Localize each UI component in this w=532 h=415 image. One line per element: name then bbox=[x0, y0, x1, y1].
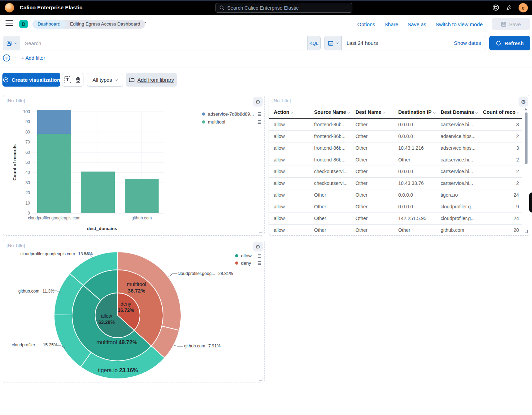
window-top-strip bbox=[0, 0, 532, 1]
table-cell: Other bbox=[311, 213, 353, 224]
user-avatar[interactable]: e bbox=[519, 3, 528, 12]
chevron-down-icon bbox=[14, 41, 17, 44]
panel-resize-handle[interactable] bbox=[259, 230, 262, 233]
table-cell: cloudprofiler.g... bbox=[438, 201, 480, 213]
table-row: allowfrontend-86b...Other10.43.1.216adse… bbox=[269, 142, 522, 154]
legend-item-multitool[interactable]: multitool bbox=[202, 119, 225, 125]
svg-text:github.com: github.com bbox=[132, 216, 152, 220]
table-row: allowfrontend-86b...Other0.0.0.0adservic… bbox=[269, 130, 522, 142]
svg-text:dest_domains: dest_domains bbox=[87, 226, 117, 231]
table-cell: frontend-86b... bbox=[311, 130, 353, 142]
scroll-up-arrow-icon[interactable] bbox=[524, 108, 528, 110]
table-scrollbar[interactable] bbox=[525, 112, 528, 164]
all-types-dropdown[interactable]: All types bbox=[87, 73, 123, 87]
global-search-input[interactable] bbox=[227, 5, 349, 11]
time-range-value[interactable]: Last 24 hours bbox=[342, 36, 454, 50]
table-cell: 20 bbox=[480, 224, 522, 236]
svg-text:10: 10 bbox=[26, 201, 30, 206]
legend-actions-icon[interactable] bbox=[258, 254, 261, 258]
lens-icon bbox=[3, 77, 9, 83]
show-dates-button[interactable]: Show dates bbox=[454, 36, 486, 50]
legend-item-allow[interactable]: allow bbox=[235, 253, 252, 258]
space-badge[interactable]: D bbox=[19, 20, 28, 28]
table-cell: allow bbox=[269, 154, 311, 166]
table-row: allowfrontend-86b...Other0.0.0.0cartserv… bbox=[269, 119, 522, 130]
table-cell: 10.43.33.76 bbox=[395, 177, 438, 189]
table-cell: allow bbox=[269, 130, 311, 142]
column-header-dest-name[interactable]: Dest Name bbox=[353, 109, 395, 119]
table-cell: cloudprofiler.g... bbox=[438, 213, 480, 224]
table-row: allowcheckoutservi...Other10.43.33.76car… bbox=[269, 177, 522, 189]
newsfeed-icon[interactable] bbox=[506, 4, 513, 11]
help-icon[interactable] bbox=[492, 4, 499, 11]
table-cell: adservice.hips... bbox=[438, 142, 480, 154]
panel-settings-gear-icon[interactable]: ⚙ bbox=[519, 97, 528, 107]
query-bar: KQL Last 24 hours Show dates Refresh bbox=[3, 36, 530, 50]
options-link[interactable]: Options bbox=[357, 21, 375, 27]
legend-item-adservice[interactable]: adservice-7d8b8d89... bbox=[202, 111, 254, 117]
table-cell: 3 bbox=[480, 119, 522, 130]
column-header-dest-domains[interactable]: Dest Domains bbox=[438, 109, 480, 119]
records-table: Action Source Name Dest Name Destination… bbox=[269, 109, 522, 236]
legend-actions-icon[interactable] bbox=[258, 120, 261, 124]
query-language-button[interactable]: KQL bbox=[307, 36, 320, 50]
menu-icon[interactable] bbox=[6, 20, 13, 26]
add-from-library-button[interactable]: Add from library bbox=[126, 73, 177, 87]
add-text-button[interactable]: T bbox=[62, 73, 73, 86]
sunburst-panel: [No Title] ⚙ allow deny cloudprofiler.go… bbox=[3, 240, 265, 383]
add-filter-button[interactable]: + Add filter bbox=[21, 55, 45, 61]
table-cell: 3 bbox=[480, 142, 522, 154]
svg-text:cloudprofiler.googleapis.com: cloudprofiler.googleapis.com bbox=[28, 216, 80, 220]
chevron-down-icon bbox=[433, 111, 435, 114]
kql-search-group: KQL bbox=[3, 36, 321, 50]
svg-text:0: 0 bbox=[28, 211, 30, 216]
legend-dot bbox=[235, 261, 238, 265]
share-link[interactable]: Share bbox=[384, 21, 398, 27]
saved-query-menu-button[interactable] bbox=[3, 36, 20, 50]
column-header-action[interactable]: Action bbox=[269, 109, 311, 119]
table-cell: Other bbox=[353, 154, 395, 166]
callout-cloudprofiler-allow: cloudprofiler....15.25% bbox=[12, 343, 58, 347]
add-map-button[interactable] bbox=[73, 73, 83, 86]
calendar-menu-button[interactable] bbox=[325, 36, 342, 50]
svg-text:Count of records: Count of records bbox=[12, 145, 17, 181]
chevron-down-icon bbox=[336, 41, 339, 44]
table-cell: cartservice.hi... bbox=[438, 177, 480, 189]
app-logo[interactable] bbox=[5, 3, 14, 12]
table-cell: 0.0.0.0 bbox=[395, 119, 438, 130]
save-button[interactable]: Save bbox=[492, 18, 530, 30]
create-visualization-button[interactable]: Create visualization bbox=[2, 73, 60, 87]
collapsed-flyout-tab[interactable] bbox=[529, 192, 532, 213]
svg-text:50: 50 bbox=[26, 160, 30, 165]
callout-cloudprofiler-googleapis: cloudprofiler.googleapis.com13.56% bbox=[20, 251, 93, 256]
table-cell: Other bbox=[311, 201, 353, 213]
legend-dot bbox=[235, 254, 238, 257]
column-header-count[interactable]: Count of reco bbox=[480, 109, 522, 119]
column-header-destination-ip[interactable]: Destination IP bbox=[395, 109, 438, 119]
callout-cloudprofiler-deny: cloudprofiler.goog...28.81% bbox=[178, 271, 233, 276]
legend-actions-icon[interactable] bbox=[258, 261, 261, 265]
kql-search-input[interactable] bbox=[20, 36, 307, 50]
table-cell: frontend-86b... bbox=[311, 119, 353, 130]
table-cell: Other bbox=[353, 119, 395, 130]
global-search[interactable] bbox=[215, 3, 352, 13]
legend-actions-icon[interactable] bbox=[258, 112, 261, 116]
column-header-source-name[interactable]: Source Name bbox=[311, 109, 353, 119]
save-as-link[interactable]: Save as bbox=[408, 21, 426, 27]
table-row: allowOtherOther0.0.0.0tigera.io24 bbox=[269, 189, 522, 201]
breadcrumb-dashboard[interactable]: Dashboard bbox=[32, 20, 63, 29]
table-cell: 0.0.0.0 bbox=[395, 166, 438, 177]
breadcrumb-current: Editing Egress Access Dashboard bbox=[63, 20, 145, 29]
legend-item-deny[interactable]: deny bbox=[235, 260, 251, 266]
table-cell: cartservice.hi... bbox=[438, 166, 480, 177]
refresh-button[interactable]: Refresh bbox=[489, 36, 530, 50]
switch-view-mode-link[interactable]: Switch to view mode bbox=[435, 21, 483, 27]
table-cell: 9 bbox=[480, 201, 522, 213]
table-cell: 24 bbox=[480, 213, 522, 224]
panel-resize-handle[interactable] bbox=[525, 230, 528, 233]
text-icon: T bbox=[64, 76, 71, 83]
table-cell: Other bbox=[353, 177, 395, 189]
panel-resize-handle[interactable] bbox=[259, 377, 262, 381]
table-cell: checkoutservi... bbox=[311, 166, 353, 177]
filter-icon[interactable] bbox=[3, 54, 10, 62]
